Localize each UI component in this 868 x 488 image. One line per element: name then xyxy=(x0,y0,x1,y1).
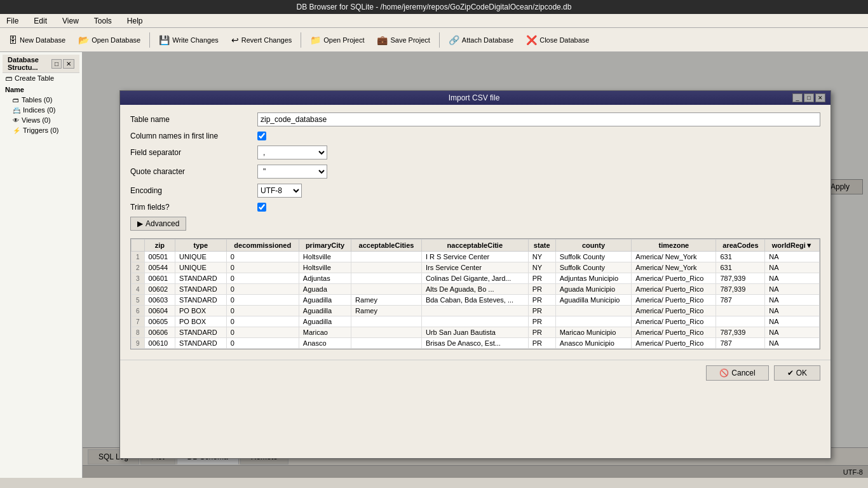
cell-worldregi: NA xyxy=(765,273,820,284)
cell-areacodes: 787 xyxy=(716,295,765,306)
csv-data-table: zip type decommissioned primaryCity acce… xyxy=(131,239,820,349)
sidebar-item-tables[interactable]: 🗃 Tables (0) xyxy=(3,95,79,105)
cell-timezone: America/ Puerto_Rico xyxy=(632,316,716,327)
modal-close-button[interactable]: ✕ xyxy=(815,93,825,102)
revert-changes-icon: ↩ xyxy=(231,35,239,45)
cell-zip: 00605 xyxy=(144,316,175,327)
open-project-button[interactable]: 📁 Open Project xyxy=(304,32,370,48)
new-database-label: New Database xyxy=(20,36,65,44)
cell-decommissioned: 0 xyxy=(226,316,299,327)
cell-county: Suffolk County xyxy=(555,262,632,273)
csv-data-table-container[interactable]: zip type decommissioned primaryCity acce… xyxy=(130,238,820,349)
cell-nacceptablecities: Colinas Del Gigante, Jard... xyxy=(421,273,528,284)
menu-view[interactable]: View xyxy=(58,15,83,27)
menu-tools[interactable]: Tools xyxy=(90,15,116,27)
cancel-button[interactable]: 🚫 Cancel xyxy=(706,365,768,381)
toolbar-separator-1 xyxy=(149,32,150,48)
advanced-button[interactable]: ▶ Advanced xyxy=(130,217,186,231)
cell-timezone: America/ Puerto_Rico xyxy=(632,327,716,338)
cell-county: Anasco Municipio xyxy=(555,338,632,349)
cell-worldregi: NA xyxy=(765,295,820,306)
cell-primarycity: Aguadilla xyxy=(299,316,351,327)
cell-nacceptablecities: Urb San Juan Bautista xyxy=(421,327,528,338)
trim-fields-checkbox[interactable] xyxy=(257,203,266,212)
cell-state: PR xyxy=(528,316,555,327)
open-project-label: Open Project xyxy=(323,36,364,44)
cell-decommissioned: 0 xyxy=(226,327,299,338)
menu-edit[interactable]: Edit xyxy=(30,15,51,27)
column-names-label: Column names in first line xyxy=(130,132,257,140)
views-label: Views (0) xyxy=(22,116,51,124)
sidebar-item-indices[interactable]: 📇 Indices (0) xyxy=(3,105,79,115)
trim-fields-label: Trim fields? xyxy=(130,203,257,212)
cell-primarycity: Holtsville xyxy=(299,252,351,262)
save-project-button[interactable]: 💼 Save Project xyxy=(371,32,435,48)
quote-char-select[interactable]: " ' xyxy=(257,165,327,179)
menu-file[interactable]: File xyxy=(3,15,22,27)
menu-help[interactable]: Help xyxy=(123,15,147,27)
cell-timezone: America/ Puerto_Rico xyxy=(632,295,716,306)
attach-database-button[interactable]: 🔗 Attach Database xyxy=(443,32,519,48)
close-database-button[interactable]: ❌ Close Database xyxy=(520,32,595,48)
table-name-input[interactable] xyxy=(257,112,820,126)
cell-acceptablecities xyxy=(351,252,422,262)
indices-label: Indices (0) xyxy=(23,106,55,114)
cell-areacodes: 787 xyxy=(716,338,765,349)
create-table-label: Create Table xyxy=(15,74,54,82)
cell-decommissioned: 0 xyxy=(226,306,299,316)
table-row: 8 00606 STANDARD 0 Maricao Urb San Juan … xyxy=(132,327,820,338)
row-num: 7 xyxy=(132,316,145,327)
cell-acceptablecities xyxy=(351,316,422,327)
revert-changes-button[interactable]: ↩ Revert Changes xyxy=(226,32,298,48)
cell-type: STANDARD xyxy=(175,284,226,295)
cell-nacceptablecities: Irs Service Center xyxy=(421,262,528,273)
cell-areacodes: 787,939 xyxy=(716,273,765,284)
column-names-checkbox[interactable] xyxy=(257,132,266,140)
sidebar-item-views[interactable]: 👁 Views (0) xyxy=(3,115,79,125)
create-table-button[interactable]: 🗃 Create Table xyxy=(3,73,79,83)
table-body: 1 00501 UNIQUE 0 Holtsville I R S Servic… xyxy=(132,252,820,349)
close-database-icon: ❌ xyxy=(526,35,537,45)
menu-bar: File Edit View Tools Help xyxy=(0,14,868,28)
cell-decommissioned: 0 xyxy=(226,295,299,306)
cell-type: STANDARD xyxy=(175,327,226,338)
cell-worldregi: NA xyxy=(765,316,820,327)
cell-state: PR xyxy=(528,273,555,284)
db-corner-btn-1[interactable]: □ xyxy=(51,59,62,69)
table-name-label: Table name xyxy=(130,115,257,124)
modal-body: Table name Column names in first line Fi… xyxy=(120,105,831,357)
modal-minimize-button[interactable]: _ xyxy=(792,93,803,102)
cell-worldregi: NA xyxy=(765,252,820,262)
cell-type: UNIQUE xyxy=(175,262,226,273)
field-sep-select[interactable]: , ; Tab xyxy=(257,146,327,159)
row-num: 9 xyxy=(132,338,145,349)
cell-decommissioned: 0 xyxy=(226,284,299,295)
open-database-button[interactable]: 📂 Open Database xyxy=(72,32,146,48)
cell-areacodes: 787,939 xyxy=(716,327,765,338)
cell-type: STANDARD xyxy=(175,273,226,284)
trim-fields-row: Trim fields? xyxy=(130,203,820,212)
col-header-worldregi: worldRegi▼ xyxy=(765,240,820,252)
cell-county: Aguada Municipio xyxy=(555,284,632,295)
cell-acceptablecities xyxy=(351,327,422,338)
save-project-icon: 💼 xyxy=(377,35,388,45)
cell-zip: 00544 xyxy=(144,262,175,273)
attach-database-label: Attach Database xyxy=(462,36,513,44)
cell-nacceptablecities: Brisas De Anasco, Est... xyxy=(421,338,528,349)
ok-button[interactable]: ✔ OK xyxy=(774,365,820,381)
cell-acceptablecities: Ramey xyxy=(351,295,422,306)
write-changes-button[interactable]: 💾 Write Changes xyxy=(153,32,224,48)
cell-county: Aguadilla Municipio xyxy=(555,295,632,306)
sidebar-item-triggers[interactable]: ⚡ Triggers (0) xyxy=(3,125,79,135)
cell-worldregi: NA xyxy=(765,262,820,273)
new-database-button[interactable]: 🗄 New Database xyxy=(3,32,71,48)
db-corner-btn-2[interactable]: ✕ xyxy=(63,59,74,69)
encoding-select[interactable]: UTF-8 Latin-1 xyxy=(257,184,302,198)
cell-type: PO BOX xyxy=(175,306,226,316)
column-names-row: Column names in first line xyxy=(130,132,820,140)
views-icon: 👁 xyxy=(13,117,19,124)
table-row: 2 00544 UNIQUE 0 Holtsville Irs Service … xyxy=(132,262,820,273)
cell-decommissioned: 0 xyxy=(226,262,299,273)
modal-maximize-button[interactable]: □ xyxy=(804,93,814,102)
field-sep-row: Field separator , ; Tab xyxy=(130,146,820,159)
